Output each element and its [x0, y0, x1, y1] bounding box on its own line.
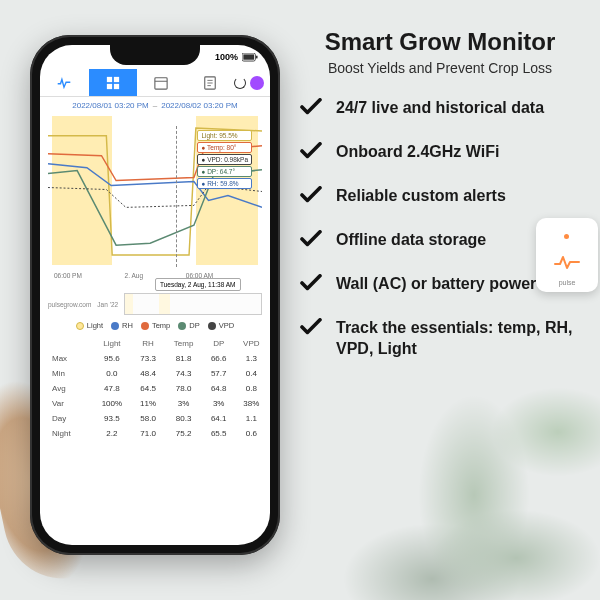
overview-minimap[interactable]	[124, 293, 262, 315]
phone-screen: 100% 2022/08/01 03:20 PM – 20	[40, 45, 270, 545]
overview-row: pulsegrow.com Jan '22	[48, 293, 262, 315]
chart-legend: Light RH Temp DP VPD	[40, 317, 270, 334]
svg-rect-3	[107, 76, 112, 81]
check-icon	[300, 186, 322, 208]
feature-item: Track the essentials: temp, RH, VPD, Lig…	[300, 318, 580, 360]
marketing-panel: Smart Grow Monitor Boost Yields and Prev…	[300, 28, 580, 360]
label-light: Light: 95.5%	[197, 130, 252, 141]
pulse-logo-icon	[554, 254, 580, 270]
table-row: Max95.673.381.866.61.3	[42, 351, 268, 366]
table-row: Avg47.864.578.064.80.8	[42, 381, 268, 396]
feature-text: Offline data storage	[336, 230, 486, 251]
legend-temp[interactable]: Temp	[141, 321, 170, 330]
table-row: Day93.558.080.364.11.1	[42, 411, 268, 426]
battery-icon	[242, 53, 258, 62]
feature-text: Wall (AC) or battery power	[336, 274, 536, 295]
label-dp: ● DP: 64.7°	[197, 166, 252, 177]
device-brand: pulse	[536, 279, 598, 286]
svg-rect-6	[114, 83, 119, 88]
label-temp: ● Temp: 80°	[197, 142, 252, 153]
legend-light[interactable]: Light	[76, 321, 103, 330]
svg-rect-2	[256, 55, 258, 58]
feature-text: Track the essentials: temp, RH, VPD, Lig…	[336, 318, 580, 360]
crosshair	[176, 126, 177, 267]
table-row: Min0.048.474.357.70.4	[42, 366, 268, 381]
legend-rh[interactable]: RH	[111, 321, 133, 330]
phone-notch	[110, 43, 200, 65]
table-header-row: Light RH Temp DP VPD	[42, 336, 268, 351]
date-to: 2022/08/02 03:20 PM	[161, 101, 238, 110]
legend-dp[interactable]: DP	[178, 321, 199, 330]
feature-text: 24/7 live and historical data	[336, 98, 544, 119]
table-row: Night2.271.075.265.50.6	[42, 426, 268, 441]
domain-label: pulsegrow.com	[48, 301, 91, 308]
tab-dashboard[interactable]	[89, 69, 138, 96]
refresh-icon[interactable]	[234, 77, 246, 89]
overview-tick: Jan '22	[97, 301, 118, 308]
chat-icon[interactable]	[250, 76, 264, 90]
check-icon	[300, 98, 322, 120]
legend-vpd[interactable]: VPD	[208, 321, 234, 330]
table-row: Var100%11%3%3%38%	[42, 396, 268, 411]
check-icon	[300, 142, 322, 164]
date-from: 2022/08/01 03:20 PM	[72, 101, 149, 110]
battery-percent: 100%	[215, 52, 238, 62]
label-rh: ● RH: 59.8%	[197, 178, 252, 189]
feature-text: Onboard 2.4GHz WiFi	[336, 142, 499, 163]
svg-rect-1	[243, 54, 254, 59]
check-icon	[300, 318, 322, 340]
chart-data-labels: Light: 95.5% ● Temp: 80° ● VPD: 0.98kPa …	[197, 130, 252, 189]
feature-item: 24/7 live and historical data	[300, 98, 580, 120]
feature-item: Onboard 2.4GHz WiFi	[300, 142, 580, 164]
label-vpd: ● VPD: 0.98kPa	[197, 154, 252, 165]
tab-calendar[interactable]	[137, 69, 186, 96]
phone-mock: 100% 2022/08/01 03:20 PM – 20	[30, 35, 280, 555]
svg-rect-7	[155, 77, 167, 88]
check-icon	[300, 274, 322, 296]
tab-pulse[interactable]	[40, 69, 89, 96]
hover-tooltip: Tuesday, 2 Aug, 11:38 AM	[155, 278, 241, 291]
tab-notes[interactable]	[186, 69, 235, 96]
stats-table: Light RH Temp DP VPD Max95.673.381.866.6…	[42, 336, 268, 441]
svg-rect-5	[107, 83, 112, 88]
date-range[interactable]: 2022/08/01 03:20 PM – 2022/08/02 03:20 P…	[40, 97, 270, 114]
check-icon	[300, 230, 322, 252]
main-chart[interactable]: Light: 95.5% ● Temp: 80° ● VPD: 0.98kPa …	[48, 116, 262, 291]
feature-item: Reliable custom alerts	[300, 186, 580, 208]
product-title: Smart Grow Monitor	[300, 28, 580, 56]
top-tabs	[40, 69, 270, 97]
feature-text: Reliable custom alerts	[336, 186, 506, 207]
pulse-device-image: pulse	[536, 218, 598, 292]
product-subtitle: Boost Yields and Prevent Crop Loss	[300, 60, 580, 76]
svg-rect-4	[114, 76, 119, 81]
